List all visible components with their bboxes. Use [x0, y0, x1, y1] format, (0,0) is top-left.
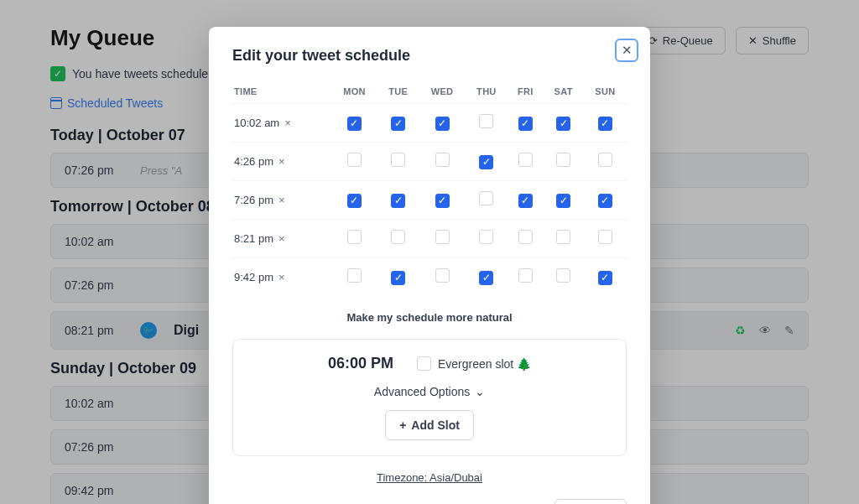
day-checkbox[interactable] — [347, 153, 362, 167]
col-tue: TUE — [377, 80, 419, 104]
day-checkbox[interactable] — [556, 117, 570, 131]
day-checkbox[interactable] — [479, 230, 493, 244]
schedule-row: 10:02 am× — [232, 104, 627, 143]
time-cell: 4:26 pm× — [232, 143, 331, 181]
schedule-row: 7:26 pm× — [232, 181, 627, 220]
day-checkbox[interactable] — [598, 194, 612, 208]
day-cell — [544, 104, 584, 143]
day-checkbox[interactable] — [435, 230, 450, 244]
day-checkbox[interactable] — [556, 268, 570, 283]
advanced-options-toggle[interactable]: Advanced Options ⌄ — [374, 385, 485, 398]
day-cell — [419, 181, 465, 220]
col-thu: THU — [466, 80, 508, 104]
day-checkbox[interactable] — [598, 271, 612, 285]
col-sat: SAT — [544, 80, 584, 104]
day-checkbox[interactable] — [347, 230, 362, 244]
day-cell — [331, 258, 377, 297]
close-icon: ✕ — [622, 43, 633, 58]
evergreen-checkbox[interactable] — [417, 356, 431, 371]
day-cell — [331, 143, 377, 181]
evergreen-label: Evergreen slot 🌲 — [438, 357, 531, 371]
col-mon: MON — [331, 80, 377, 104]
day-checkbox[interactable] — [347, 194, 362, 208]
day-cell — [508, 220, 544, 258]
remove-slot-icon[interactable]: × — [279, 232, 285, 245]
day-checkbox[interactable] — [391, 271, 405, 285]
day-cell — [544, 143, 584, 181]
remove-slot-icon[interactable]: × — [279, 194, 285, 206]
day-cell — [331, 104, 377, 143]
day-checkbox[interactable] — [435, 268, 450, 283]
close-button[interactable]: ✕ — [615, 39, 638, 62]
day-checkbox[interactable] — [435, 153, 450, 167]
day-checkbox[interactable] — [518, 268, 533, 283]
refresh-button[interactable]: Refresh — [554, 499, 627, 504]
day-checkbox[interactable] — [391, 117, 405, 131]
day-cell — [544, 181, 584, 220]
slot-time-picker[interactable]: 06:00 PM — [328, 355, 393, 372]
day-checkbox[interactable] — [518, 153, 533, 167]
day-checkbox[interactable] — [435, 117, 450, 131]
day-cell — [466, 104, 508, 143]
schedule-row: 9:42 pm× — [232, 258, 627, 297]
time-cell: 8:21 pm× — [232, 220, 331, 258]
day-checkbox[interactable] — [347, 117, 362, 131]
day-cell — [331, 220, 377, 258]
plus-icon: + — [399, 418, 406, 432]
add-slot-button[interactable]: + Add Slot — [385, 410, 474, 440]
day-cell — [508, 258, 544, 297]
day-cell — [584, 143, 627, 181]
day-checkbox[interactable] — [479, 191, 493, 205]
day-cell — [508, 104, 544, 143]
day-cell — [584, 181, 627, 220]
day-cell — [508, 143, 544, 181]
day-checkbox[interactable] — [556, 194, 570, 208]
day-cell — [584, 104, 627, 143]
day-checkbox[interactable] — [556, 153, 570, 167]
day-checkbox[interactable] — [391, 230, 405, 244]
day-checkbox[interactable] — [518, 117, 533, 131]
day-cell — [377, 258, 419, 297]
day-checkbox[interactable] — [479, 155, 493, 169]
day-checkbox[interactable] — [556, 230, 570, 244]
day-checkbox[interactable] — [598, 230, 612, 244]
day-checkbox[interactable] — [598, 153, 612, 167]
day-checkbox[interactable] — [391, 194, 405, 208]
remove-slot-icon[interactable]: × — [284, 117, 291, 129]
col-time: TIME — [232, 80, 331, 104]
day-cell — [466, 220, 508, 258]
day-checkbox[interactable] — [598, 117, 612, 131]
day-cell — [466, 258, 508, 297]
day-checkbox[interactable] — [435, 194, 450, 208]
day-cell — [331, 181, 377, 220]
day-checkbox[interactable] — [479, 271, 493, 285]
day-cell — [508, 181, 544, 220]
remove-slot-icon[interactable]: × — [279, 155, 285, 168]
day-cell — [377, 181, 419, 220]
day-checkbox[interactable] — [518, 194, 533, 208]
day-cell — [466, 181, 508, 220]
col-wed: WED — [419, 80, 465, 104]
day-checkbox[interactable] — [518, 230, 533, 244]
day-cell — [377, 104, 419, 143]
timezone-link[interactable]: Timezone: Asia/Dubai — [232, 471, 627, 484]
col-fri: FRI — [508, 80, 544, 104]
add-slot-panel: 06:00 PM Evergreen slot 🌲 Advanced Optio… — [232, 339, 627, 456]
evergreen-option[interactable]: Evergreen slot 🌲 — [417, 356, 531, 371]
schedule-row: 8:21 pm× — [232, 220, 627, 258]
day-cell — [377, 143, 419, 181]
schedule-table: TIMEMONTUEWEDTHUFRISATSUN 10:02 am×4:26 … — [232, 80, 627, 296]
schedule-row: 4:26 pm× — [232, 143, 627, 181]
time-cell: 10:02 am× — [232, 104, 331, 143]
day-checkbox[interactable] — [479, 114, 493, 128]
day-cell — [419, 104, 465, 143]
chevron-down-icon: ⌄ — [475, 385, 485, 398]
remove-slot-icon[interactable]: × — [279, 271, 285, 283]
day-cell — [466, 143, 508, 181]
day-checkbox[interactable] — [391, 153, 405, 167]
natural-schedule-link[interactable]: Make my schedule more natural — [232, 311, 627, 324]
day-cell — [419, 220, 465, 258]
time-cell: 9:42 pm× — [232, 258, 331, 297]
day-cell — [584, 258, 627, 297]
day-checkbox[interactable] — [347, 268, 362, 283]
